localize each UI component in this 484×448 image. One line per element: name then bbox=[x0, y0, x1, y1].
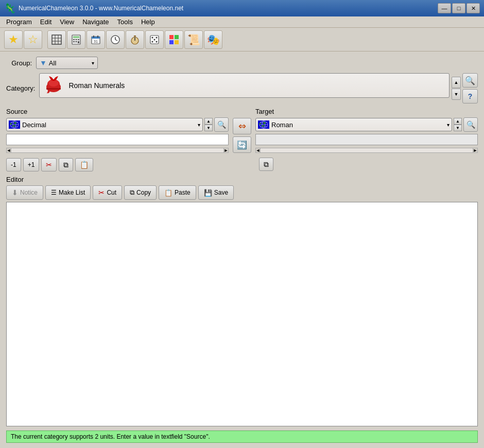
decrement-button[interactable]: -1 bbox=[6, 158, 21, 171]
calendar-button[interactable]: 31 bbox=[87, 30, 105, 49]
category-box: Roman Numerals bbox=[39, 73, 450, 98]
svg-rect-6 bbox=[73, 36, 79, 38]
calculator-button[interactable] bbox=[67, 30, 85, 49]
target-copy-icon: ⧉ bbox=[264, 160, 269, 169]
source-copy-button[interactable]: ⧉ bbox=[59, 158, 73, 171]
target-scroll-left[interactable]: ◄ bbox=[255, 148, 261, 153]
source-scroll-right[interactable]: ► bbox=[223, 148, 229, 153]
close-button[interactable]: ✕ bbox=[466, 3, 480, 13]
favorite-add-button[interactable]: ☆ bbox=[24, 30, 42, 49]
toolbar: ★ ☆ 31 bbox=[0, 28, 484, 51]
source-paste-button[interactable]: 📋 bbox=[75, 158, 93, 171]
target-unit-up[interactable]: ▲ bbox=[454, 118, 462, 125]
source-scroll-left[interactable]: ◄ bbox=[6, 148, 11, 153]
source-label: Source bbox=[6, 108, 229, 115]
category-help-button[interactable]: ? bbox=[462, 89, 478, 104]
category-name: Roman Numerals bbox=[68, 81, 125, 90]
target-globe-icon bbox=[258, 120, 269, 129]
target-unit-select[interactable]: Roman ▾ bbox=[255, 118, 452, 131]
target-search-button[interactable]: 🔍 bbox=[463, 117, 478, 132]
editor-paste-icon: 📋 bbox=[164, 189, 172, 197]
window-title: NumericalChameleon 3.0.0 - www.Numerical… bbox=[19, 5, 183, 12]
menu-help[interactable]: Help bbox=[137, 17, 159, 27]
editor-paste-button[interactable]: 📋 Paste bbox=[159, 185, 196, 200]
svg-text:31: 31 bbox=[94, 40, 98, 43]
editor-textarea[interactable] bbox=[6, 202, 478, 426]
filter-icon: ▼ bbox=[40, 59, 47, 67]
svg-point-28 bbox=[156, 41, 158, 42]
decrement-label: -1 bbox=[11, 161, 16, 168]
target-scroll-right[interactable]: ► bbox=[473, 148, 478, 153]
target-unit-down[interactable]: ▼ bbox=[454, 125, 462, 131]
category-search-button[interactable]: 🔍 bbox=[462, 73, 478, 88]
svg-rect-7 bbox=[73, 39, 75, 40]
group-row: Group: ▼ All ▾ bbox=[6, 57, 478, 69]
increment-button[interactable]: +1 bbox=[23, 158, 40, 171]
favorite-star-button[interactable]: ★ bbox=[4, 30, 23, 49]
source-unit-up[interactable]: ▲ bbox=[204, 118, 213, 125]
source-search-button[interactable]: 🔍 bbox=[214, 117, 229, 132]
source-unit-down[interactable]: ▼ bbox=[204, 125, 213, 131]
maximize-button[interactable]: □ bbox=[452, 3, 465, 13]
paste-icon: 📋 bbox=[80, 161, 89, 169]
svg-rect-9 bbox=[78, 39, 79, 40]
dice-button[interactable] bbox=[145, 30, 164, 49]
source-input-field[interactable] bbox=[6, 134, 229, 145]
editor-paste-label: Paste bbox=[175, 189, 191, 196]
editor-copy-button[interactable]: ⧉ Copy bbox=[124, 185, 157, 200]
table-button[interactable] bbox=[47, 30, 66, 49]
svg-rect-14 bbox=[92, 37, 100, 39]
make-list-button[interactable]: ☰ Make List bbox=[45, 185, 91, 200]
title-buttons: — □ ✕ bbox=[438, 3, 480, 13]
source-unit-row: Decimal ▾ ▲ ▼ 🔍 bbox=[6, 117, 229, 132]
group-dropdown-arrow: ▾ bbox=[92, 60, 94, 66]
editor-section: Editor ⬇ Notice ☰ Make List ✂ Cut ⧉ Copy… bbox=[6, 176, 478, 426]
group-select[interactable]: ▼ All ▾ bbox=[36, 57, 98, 69]
clock-button[interactable] bbox=[106, 30, 125, 49]
increment-label: +1 bbox=[28, 161, 35, 168]
action-buttons-row: -1 +1 ✂ ⧉ 📋 ⧉ bbox=[6, 157, 478, 171]
editor-save-label: Save bbox=[214, 189, 228, 196]
status-bar: The current category supports 2 units. E… bbox=[6, 430, 478, 443]
svg-rect-55 bbox=[262, 125, 265, 127]
svg-point-29 bbox=[154, 39, 155, 40]
menu-program[interactable]: Program bbox=[2, 17, 36, 27]
category-up-button[interactable]: ▲ bbox=[452, 77, 461, 88]
swap-button[interactable]: ⇔ bbox=[233, 118, 251, 134]
svg-rect-11 bbox=[76, 41, 77, 42]
script-button[interactable]: 📜 bbox=[184, 30, 203, 49]
color-button[interactable] bbox=[165, 30, 183, 49]
menu-edit[interactable]: Edit bbox=[36, 17, 56, 27]
source-unit-select[interactable]: Decimal ▾ bbox=[6, 118, 203, 131]
editor-label: Editor bbox=[6, 176, 478, 183]
category-label: Category: bbox=[6, 84, 35, 92]
target-unit-value: Roman bbox=[271, 121, 293, 129]
svg-rect-12 bbox=[78, 41, 79, 43]
category-down-button[interactable]: ▼ bbox=[452, 89, 461, 100]
refresh-button[interactable]: 🔄 bbox=[233, 136, 251, 153]
menu-navigate[interactable]: Navigate bbox=[78, 17, 113, 27]
svg-point-26 bbox=[156, 37, 158, 38]
menu-view[interactable]: View bbox=[56, 17, 78, 27]
svg-point-27 bbox=[152, 41, 153, 42]
mask-button[interactable]: 🎭 bbox=[204, 30, 222, 49]
svg-rect-0 bbox=[52, 35, 61, 44]
target-copy-button[interactable]: ⧉ bbox=[259, 158, 273, 171]
menu-tools[interactable]: Tools bbox=[113, 17, 137, 27]
svg-point-25 bbox=[152, 37, 153, 38]
svg-rect-8 bbox=[76, 39, 77, 40]
minimize-button[interactable]: — bbox=[438, 3, 451, 13]
group-value: All bbox=[49, 59, 56, 67]
notice-button[interactable]: ⬇ Notice bbox=[6, 185, 43, 200]
source-cut-button[interactable]: ✂ bbox=[41, 158, 57, 171]
editor-copy-label: Copy bbox=[136, 189, 151, 196]
status-message: The current category supports 2 units. E… bbox=[11, 433, 210, 440]
editor-copy-icon: ⧉ bbox=[130, 188, 134, 197]
editor-save-button[interactable]: 💾 Save bbox=[198, 185, 234, 200]
svg-rect-32 bbox=[169, 40, 174, 44]
svg-rect-54 bbox=[263, 122, 266, 124]
timer-button[interactable] bbox=[126, 30, 144, 49]
make-list-icon: ☰ bbox=[51, 189, 57, 196]
editor-cut-icon: ✂ bbox=[98, 188, 105, 197]
editor-cut-button[interactable]: ✂ Cut bbox=[93, 185, 122, 200]
